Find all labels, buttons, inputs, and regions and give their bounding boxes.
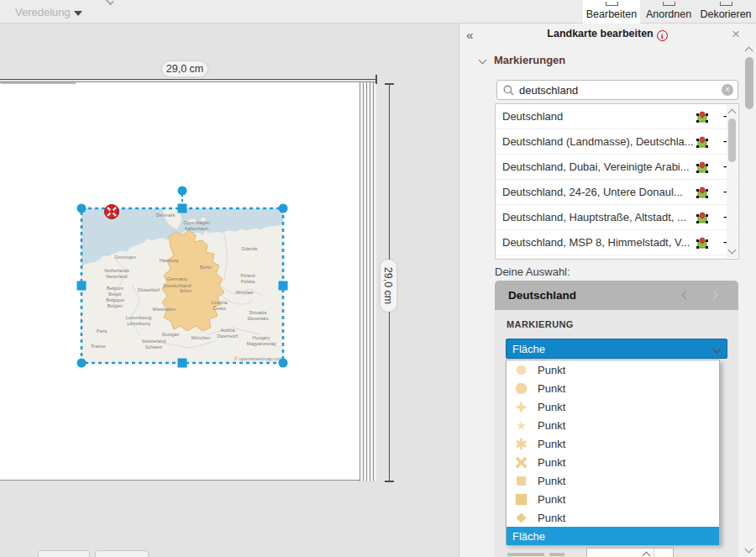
width-dimension-line bbox=[0, 79, 376, 80]
result-label: Deutschland bbox=[502, 110, 696, 123]
option-punkt[interactable]: Punkt bbox=[507, 453, 719, 471]
marker-badge-icon[interactable] bbox=[105, 205, 119, 219]
marker-type-dropdown: Punkt Punkt Punkt Punkt Punkt Punkt bbox=[506, 360, 720, 544]
topbar: Veredelung Bearbeiten Anordnen Dekoriere… bbox=[0, 0, 756, 24]
scroll-down-icon[interactable] bbox=[728, 246, 737, 255]
scroll-down-icon[interactable] bbox=[745, 545, 753, 554]
resize-handle-e[interactable] bbox=[279, 281, 288, 291]
result-row[interactable]: Deutschland + bbox=[496, 104, 738, 129]
resize-handle-s[interactable] bbox=[178, 359, 187, 368]
search-icon bbox=[503, 85, 514, 96]
clipped-label bbox=[507, 553, 544, 556]
select-value: Fläche bbox=[512, 343, 714, 355]
option-flaeche-selected[interactable]: Fläche bbox=[507, 527, 719, 545]
panel-scrollbar[interactable] bbox=[743, 44, 755, 557]
resize-handle-n[interactable] bbox=[178, 204, 187, 213]
area-marker-icon bbox=[696, 110, 709, 123]
decorate-icon bbox=[720, 2, 732, 6]
selected-marker-header: Deutschland bbox=[495, 281, 738, 310]
edit-icon bbox=[606, 2, 618, 6]
resize-handle-nw[interactable] bbox=[77, 204, 87, 213]
next-marker-icon[interactable] bbox=[710, 292, 718, 300]
area-marker-icon bbox=[696, 186, 709, 199]
results-scrollbar[interactable] bbox=[727, 105, 738, 258]
option-punkt[interactable]: Punkt bbox=[507, 379, 719, 397]
area-marker-icon bbox=[696, 160, 709, 174]
option-punkt[interactable]: Punkt bbox=[507, 397, 719, 416]
resize-handle-sw[interactable] bbox=[77, 359, 87, 368]
result-row[interactable]: Deutschland, Dubai, Vereinigte Arabi... … bbox=[496, 155, 738, 180]
result-label: Deutschland, Dubai, Vereinigte Arabi... bbox=[502, 160, 696, 173]
section-label: Markierungen bbox=[494, 54, 565, 66]
clear-search-icon[interactable]: × bbox=[722, 84, 733, 96]
app-window: Veredelung Bearbeiten Anordnen Dekoriere… bbox=[0, 0, 756, 557]
panel-title: Landkarte bearbeiteni bbox=[483, 28, 732, 41]
page-stack-edge bbox=[360, 82, 376, 481]
option-punkt[interactable]: Punkt bbox=[507, 508, 719, 527]
marker-type-select[interactable]: Fläche bbox=[506, 339, 727, 359]
result-row[interactable]: Deutschland, Hauptstraße, Altstadt, ... … bbox=[496, 205, 738, 230]
result-row[interactable]: Deutschland, MSP 8, Himmelstadt, V... + bbox=[496, 230, 738, 255]
result-label: Deutschland, MSP 8, Himmelstadt, V... bbox=[502, 236, 696, 249]
result-row[interactable]: Deutschland, 24-26, Untere Donaul... + bbox=[496, 180, 738, 205]
tab-anordnen[interactable]: Anordnen bbox=[640, 0, 697, 24]
chevron-down-icon bbox=[713, 344, 722, 353]
toolbar-button-partial[interactable] bbox=[38, 550, 90, 557]
option-punkt[interactable]: Punkt bbox=[507, 471, 719, 490]
spin-up-icon[interactable] bbox=[643, 552, 651, 557]
resize-handle-w[interactable] bbox=[77, 281, 87, 291]
tab-label: Anordnen bbox=[646, 8, 691, 20]
info-icon[interactable]: i bbox=[657, 30, 668, 41]
veredelung-label: Veredelung bbox=[15, 6, 71, 18]
resize-handle-se[interactable] bbox=[279, 359, 288, 368]
result-label: Deutschland (Landmasse), Deutschla... bbox=[502, 135, 696, 148]
page-canvas: 29,0 cm 29,0 cm bbox=[0, 24, 459, 557]
area-marker-icon bbox=[696, 135, 709, 149]
selected-marker-name: Deutschland bbox=[508, 289, 683, 302]
chevron-down-icon bbox=[479, 56, 487, 65]
star-five-icon bbox=[515, 419, 528, 432]
chevron-down-icon bbox=[74, 11, 82, 16]
scrollbar-thumb[interactable] bbox=[745, 57, 753, 109]
option-punkt[interactable]: Punkt bbox=[507, 434, 719, 453]
resize-handle-ne[interactable] bbox=[279, 204, 288, 213]
square-small-icon bbox=[515, 475, 528, 487]
tab-dekorieren[interactable]: Dekorieren bbox=[697, 0, 754, 24]
scrollbar-thumb[interactable] bbox=[728, 118, 736, 162]
spinner-partial[interactable] bbox=[586, 548, 674, 557]
result-label: Deutschland, Hauptstraße, Altstadt, ... bbox=[502, 211, 696, 223]
width-dimension-tick bbox=[375, 75, 377, 84]
cross-x-icon bbox=[515, 456, 528, 469]
page-curl bbox=[0, 82, 76, 91]
scroll-up-icon[interactable] bbox=[728, 109, 737, 118]
tab-label: Dekorieren bbox=[700, 8, 751, 20]
section-markierungen[interactable]: Markierungen bbox=[480, 54, 565, 66]
clipped-label bbox=[549, 553, 564, 556]
search-box: × bbox=[496, 80, 738, 100]
toolbar-button-partial[interactable] bbox=[95, 550, 149, 557]
height-dimension-tick bbox=[385, 83, 394, 85]
option-punkt[interactable]: Punkt bbox=[507, 490, 719, 508]
tab-bearbeiten[interactable]: Bearbeiten bbox=[583, 0, 640, 24]
area-marker-icon bbox=[696, 236, 709, 250]
close-panel-icon[interactable]: × bbox=[732, 26, 740, 43]
landkarte-panel: « Landkarte bearbeiteni × Markierungen ×… bbox=[459, 24, 756, 557]
scroll-up-icon[interactable] bbox=[745, 47, 753, 55]
search-input[interactable] bbox=[519, 84, 722, 97]
arrange-icon bbox=[663, 2, 675, 6]
rotation-handle[interactable] bbox=[178, 187, 187, 196]
option-punkt[interactable]: Punkt bbox=[507, 416, 719, 434]
circle-large-icon bbox=[515, 382, 528, 395]
option-punkt[interactable]: Punkt bbox=[507, 360, 719, 379]
veredelung-menu[interactable]: Veredelung bbox=[15, 6, 82, 18]
collapse-panel-icon[interactable]: « bbox=[466, 28, 483, 42]
markierung-heading: MARKIERUNG bbox=[507, 319, 574, 329]
selection-border[interactable] bbox=[81, 208, 283, 363]
prev-marker-icon[interactable] bbox=[682, 292, 690, 300]
search-results-list: Deutschland + Deutschland (Landmasse), D… bbox=[495, 103, 739, 260]
height-dimension-tick bbox=[385, 481, 394, 482]
area-marker-icon bbox=[696, 211, 709, 224]
selection-label: Deine Auswahl: bbox=[495, 265, 570, 278]
asterisk-icon bbox=[515, 438, 528, 450]
result-row[interactable]: Deutschland (Landmasse), Deutschla... + bbox=[496, 129, 738, 155]
